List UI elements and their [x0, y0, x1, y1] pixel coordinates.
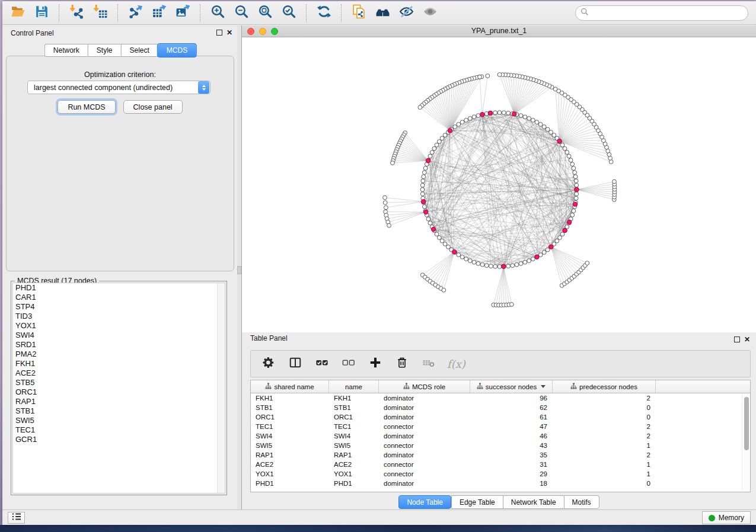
panel-splitter[interactable]: [237, 25, 241, 509]
mcds-result-item[interactable]: PMA2: [13, 350, 225, 359]
float-table-panel-button[interactable]: [734, 336, 740, 342]
mcds-result-item[interactable]: GCR1: [13, 435, 225, 444]
cell-predecessor-nodes: 0: [553, 480, 656, 487]
tab-network[interactable]: Network: [44, 44, 88, 57]
mcds-result-item[interactable]: ORC1: [13, 387, 225, 397]
hide-selected-button[interactable]: [394, 3, 418, 23]
mcds-result-item[interactable]: ACE2: [13, 368, 225, 378]
table-row[interactable]: FKH1FKH1dominator962: [251, 393, 750, 403]
table-row[interactable]: SWI5SWI5connector431: [251, 441, 750, 450]
tab-edge-table[interactable]: Edge Table: [451, 495, 503, 509]
mcds-result-item[interactable]: FKH1: [13, 359, 225, 368]
cell-successor-nodes: 29: [470, 470, 553, 477]
mcds-result-item[interactable]: SWI4: [13, 331, 225, 340]
close-table-panel-button[interactable]: ✕: [744, 336, 750, 342]
mcds-result-item[interactable]: RAP1: [13, 397, 225, 406]
run-mcds-button[interactable]: Run MCDS: [58, 100, 115, 114]
table-settings-button[interactable]: [260, 355, 277, 373]
control-panel-title: Control Panel: [2, 29, 54, 37]
tab-style[interactable]: Style: [88, 44, 121, 57]
table-panel: Table Panel ✕ f(x) shared namenameMCDS r…: [242, 332, 756, 509]
mcds-list-scrollbar[interactable]: [217, 283, 225, 493]
mcds-result-item[interactable]: STP4: [13, 302, 225, 312]
network-canvas[interactable]: [242, 37, 756, 332]
export-table-button[interactable]: [147, 3, 171, 23]
mcds-result-item[interactable]: PHD1: [13, 283, 225, 293]
window-minimize-button[interactable]: [259, 28, 266, 35]
delete-table-button[interactable]: [420, 355, 437, 373]
column-header-shared-name[interactable]: shared name: [251, 380, 329, 393]
mcds-result-item[interactable]: CAR1: [13, 293, 225, 302]
cell-successor-nodes: 61: [470, 414, 553, 421]
mcds-result-group: MCDS result (17 nodes) PHD1CAR1STP4TID3Y…: [11, 281, 227, 495]
close-panel-button2[interactable]: Close panel: [123, 100, 183, 114]
memory-button[interactable]: Memory: [702, 511, 751, 524]
column-header-name[interactable]: name: [329, 380, 379, 393]
tab-mcds[interactable]: MCDS: [157, 43, 197, 57]
gear-icon: [262, 356, 275, 371]
criterion-dropdown[interactable]: largest connected component (undirected): [27, 81, 210, 94]
memory-status-icon: [709, 515, 715, 521]
tab-node-table[interactable]: Node Table: [398, 495, 451, 509]
mcds-result-item[interactable]: STB5: [13, 378, 225, 387]
deselect-all-rows-button[interactable]: [340, 355, 357, 373]
close-panel-button[interactable]: ✕: [227, 30, 232, 36]
table-scrollbar-thumb[interactable]: [744, 397, 749, 450]
export-image-button[interactable]: [171, 3, 194, 23]
mcds-result-item[interactable]: SWI5: [13, 416, 225, 425]
cell-shared-name: ORC1: [251, 414, 329, 421]
task-history-button[interactable]: [8, 512, 25, 524]
table-row[interactable]: TEC1TEC1connector472: [251, 422, 750, 431]
zoom-fit-button[interactable]: [253, 3, 277, 23]
zoom-in-button[interactable]: [206, 3, 229, 23]
tab-motifs[interactable]: Motifs: [564, 495, 599, 509]
export-network-button[interactable]: [123, 3, 147, 23]
clone-network-button[interactable]: [347, 3, 371, 23]
node-table[interactable]: shared namenameMCDS rolesuccessor nodesp…: [250, 380, 751, 492]
table-row[interactable]: SWI4SWI4dominator462: [251, 431, 750, 441]
window-zoom-button[interactable]: [271, 28, 278, 35]
mcds-result-item[interactable]: TID3: [13, 312, 225, 321]
table-row[interactable]: PHD1PHD1dominator180: [251, 479, 750, 488]
tab-select[interactable]: Select: [121, 44, 158, 57]
column-header-MCDS-role[interactable]: MCDS role: [379, 380, 470, 393]
import-network-button[interactable]: [65, 3, 88, 23]
show-column-button[interactable]: [287, 355, 304, 373]
refresh-button[interactable]: [312, 3, 336, 23]
table-row[interactable]: RAP1RAP1dominator352: [251, 450, 750, 460]
import-table-button[interactable]: [88, 3, 112, 23]
table-row[interactable]: ORC1ORC1dominator610: [251, 412, 750, 422]
zoom-out-button[interactable]: [229, 3, 253, 23]
cell-name: ACE2: [329, 461, 379, 468]
show-all-button[interactable]: [418, 3, 442, 23]
add-column-button[interactable]: [367, 355, 384, 373]
network-window-titlebar[interactable]: YPA_prune.txt_1: [242, 25, 756, 37]
tab-network-table[interactable]: Network Table: [503, 495, 564, 509]
delete-column-button[interactable]: [394, 355, 410, 373]
mcds-result-list[interactable]: PHD1CAR1STP4TID3YOX1SWI4SRD1PMA2FKH1ACE2…: [12, 283, 225, 493]
mcds-result-item[interactable]: TEC1: [13, 425, 225, 435]
find-button[interactable]: [371, 3, 394, 23]
table-row[interactable]: ACE2ACE2connector311: [251, 460, 750, 469]
table-row[interactable]: YOX1YOX1connector291: [251, 469, 750, 479]
save-session-button[interactable]: [30, 3, 53, 23]
select-all-rows-button[interactable]: [314, 355, 330, 373]
column-header-successor-nodes[interactable]: successor nodes: [470, 380, 553, 393]
table-row[interactable]: STB1STB1dominator620: [251, 403, 750, 412]
window-close-button[interactable]: [247, 28, 254, 35]
cell-name: FKH1: [329, 395, 379, 402]
mcds-result-item[interactable]: STB1: [13, 406, 225, 416]
cell-successor-nodes: 96: [470, 395, 553, 402]
column-header-predecessor-nodes[interactable]: predecessor nodes: [553, 380, 656, 393]
cell-predecessor-nodes: 0: [553, 404, 656, 411]
mcds-result-item[interactable]: YOX1: [13, 321, 225, 331]
export-table-icon: [152, 4, 167, 21]
float-panel-button[interactable]: [216, 30, 222, 36]
search-input[interactable]: [589, 9, 748, 17]
splitter-grip-icon[interactable]: [237, 266, 241, 274]
function-builder-button[interactable]: f(x): [447, 358, 465, 370]
open-session-button[interactable]: [6, 3, 30, 23]
table-scrollbar[interactable]: [742, 394, 749, 491]
zoom-selected-button[interactable]: [277, 3, 301, 23]
mcds-result-item[interactable]: SRD1: [13, 340, 225, 350]
